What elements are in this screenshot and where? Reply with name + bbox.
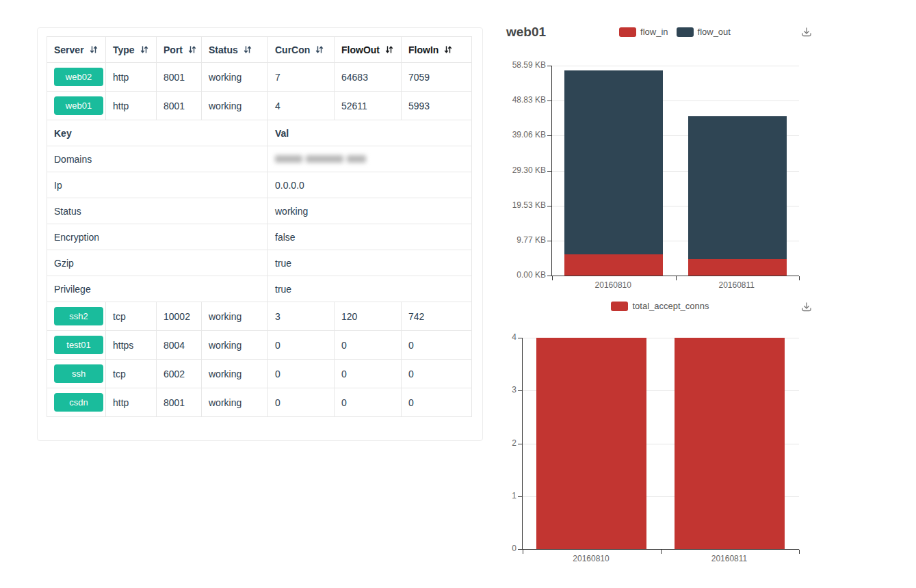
sort-icon[interactable] [385, 45, 393, 54]
y-axis-tick [518, 338, 522, 338]
dashboard-page: Server Type Port Status CurCon FlowOut F… [0, 0, 916, 588]
col-header-flowout[interactable]: FlowOut [335, 37, 402, 63]
cell-flowout: 0 [335, 331, 402, 360]
x-axis-label: 20160810 [522, 554, 660, 563]
col-header-status[interactable]: Status [202, 37, 268, 63]
col-label: FlowOut [341, 44, 380, 55]
server-badge[interactable]: csdn [54, 393, 103, 412]
kv-val: true [268, 250, 472, 276]
cell-curcon: 0 [268, 388, 335, 417]
sort-icon[interactable] [140, 45, 148, 54]
download-icon[interactable] [800, 301, 813, 313]
x-axis-label: 20160811 [675, 280, 799, 290]
chart1-plot-area [551, 66, 799, 276]
col-label: Server [54, 44, 84, 55]
cell-server: test01 [47, 331, 106, 360]
y-axis-label: 2 [486, 438, 516, 448]
cell-flowin: 0 [402, 388, 472, 417]
y-axis-tick [547, 101, 551, 101]
cell-port: 8004 [157, 331, 202, 360]
cell-flowout: 52611 [335, 92, 402, 120]
cell-server: ssh2 [47, 302, 106, 331]
y-axis-tick [547, 206, 551, 206]
blurred-domain-value [275, 155, 366, 163]
legend-item-total-accept-conns[interactable]: total_accept_conns [611, 301, 709, 311]
cell-port: 8001 [157, 63, 202, 92]
cell-status: working [202, 360, 268, 388]
cell-flowout: 64683 [335, 63, 402, 92]
table-row: web01 http 8001 working 4 52611 5993 [47, 92, 472, 120]
cell-status: working [202, 331, 268, 360]
kv-row: Domains [47, 146, 472, 172]
download-icon[interactable] [800, 26, 813, 38]
cell-status: working [202, 388, 268, 417]
y-axis-tick [547, 276, 551, 276]
bar-flow_in-20160811 [688, 259, 787, 276]
server-badge[interactable]: ssh [54, 364, 103, 383]
server-table-card: Server Type Port Status CurCon FlowOut F… [37, 27, 483, 441]
y-axis-tick [518, 444, 522, 444]
col-header-port[interactable]: Port [157, 37, 202, 63]
cell-curcon: 4 [268, 92, 335, 120]
col-header-type[interactable]: Type [106, 37, 157, 63]
legend-item-flow-in[interactable]: flow_in [619, 27, 668, 37]
cell-port: 8001 [157, 92, 202, 120]
cell-curcon: 7 [268, 63, 335, 92]
cell-server: web01 [47, 92, 106, 120]
y-axis-tick [518, 390, 522, 391]
server-badge[interactable]: test01 [54, 336, 103, 354]
chart1-title: web01 [506, 25, 546, 40]
server-badge[interactable]: web01 [54, 96, 103, 115]
sort-icon[interactable] [444, 45, 452, 54]
x-axis-tick [799, 550, 800, 554]
y-axis-label: 0 [486, 544, 516, 553]
sort-icon[interactable] [315, 45, 324, 54]
legend-label: total_accept_conns [632, 301, 709, 311]
legend-label: flow_out [698, 27, 731, 37]
sort-icon[interactable] [90, 45, 98, 54]
cell-server: ssh [47, 360, 106, 388]
chart2-legend: total_accept_conns [522, 301, 798, 311]
cell-flowin: 7059 [402, 63, 472, 92]
server-badge[interactable]: web02 [54, 68, 103, 86]
y-axis-tick [518, 549, 522, 550]
cell-type: http [106, 388, 157, 417]
kv-key: Ip [47, 172, 268, 198]
cell-curcon: 3 [268, 302, 335, 331]
legend-item-flow-out[interactable]: flow_out [677, 27, 731, 37]
col-label: Status [209, 44, 238, 55]
cell-flowin: 5993 [402, 92, 472, 120]
bar-flow_out-20160810 [564, 70, 663, 254]
flow-out-swatch [677, 27, 694, 37]
y-axis-label: 48.83 KB [486, 95, 546, 105]
bar-flow_in-20160810 [564, 254, 663, 276]
col-header-curcon[interactable]: CurCon [268, 37, 335, 63]
kv-row: Ip 0.0.0.0 [47, 172, 472, 198]
kv-key: Domains [47, 146, 268, 172]
col-header-flowin[interactable]: FlowIn [402, 37, 472, 63]
y-axis-tick [547, 66, 551, 66]
cell-type: tcp [106, 360, 157, 388]
kv-key: Status [47, 198, 268, 224]
kv-val: working [268, 198, 472, 224]
cell-port: 6002 [157, 360, 202, 388]
col-header-server[interactable]: Server [47, 37, 106, 63]
col-label: CurCon [275, 44, 310, 55]
kv-row: Encryption false [47, 224, 472, 250]
cell-port: 8001 [157, 388, 202, 417]
table-row: web02 http 8001 working 7 64683 7059 [47, 63, 472, 92]
cell-curcon: 0 [268, 331, 335, 360]
cell-type: http [106, 63, 157, 92]
y-axis-label: 0.00 KB [486, 270, 546, 280]
server-badge[interactable]: ssh2 [54, 307, 103, 325]
cell-status: working [202, 92, 268, 120]
y-axis-label: 29.30 KB [486, 165, 546, 175]
cell-server: web02 [47, 63, 106, 92]
cell-flowin: 0 [402, 331, 472, 360]
kv-val: false [268, 224, 472, 250]
cell-curcon: 0 [268, 360, 335, 388]
cell-flowout: 120 [335, 302, 402, 331]
sort-icon[interactable] [188, 45, 196, 54]
sort-icon[interactable] [244, 45, 252, 54]
cell-type: https [106, 331, 157, 360]
